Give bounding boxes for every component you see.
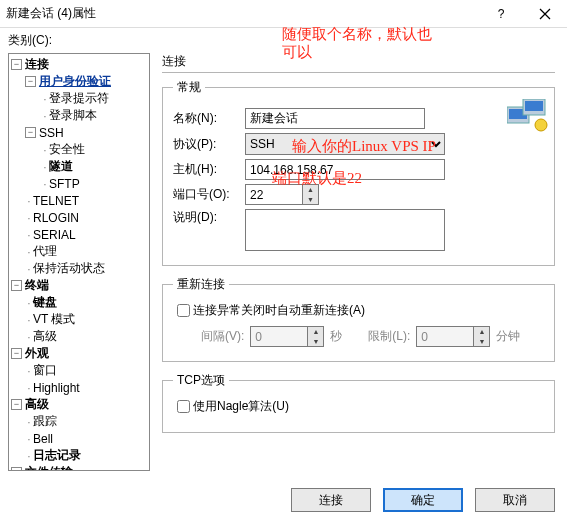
tree-item-tunnel[interactable]: ·隧道 [9,158,149,175]
tree-item-ssh[interactable]: −SSH [9,124,149,141]
connection-panel: 连接 [162,53,555,73]
computers-icon [507,99,549,136]
general-legend: 常规 [173,79,205,96]
desc-label: 说明(D): [173,209,245,226]
tree-item-keyboard[interactable]: ·键盘 [9,294,149,311]
tree-item-logging[interactable]: ·日志记录 [9,447,149,464]
reconnect-checkbox-label: 连接异常关闭时自动重新连接(A) [193,302,365,319]
interval-spinner: ▲▼ [308,326,324,347]
reconnect-checkbox[interactable] [177,304,190,317]
tree-item-terminal[interactable]: −终端 [9,277,149,294]
tree-item-adv-term[interactable]: ·高级 [9,328,149,345]
ok-button[interactable]: 确定 [383,488,463,512]
minutes-label: 分钟 [496,328,520,345]
port-spinner[interactable]: ▲▼ [303,184,319,205]
reconnect-legend: 重新连接 [173,276,229,293]
interval-label: 间隔(V): [201,328,244,345]
tree-item-trace[interactable]: ·跟踪 [9,413,149,430]
help-button[interactable]: ? [479,0,523,28]
tree-item-highlight[interactable]: ·Highlight [9,379,149,396]
connect-button[interactable]: 连接 [291,488,371,512]
port-label: 端口号(O): [173,186,245,203]
cancel-button[interactable]: 取消 [475,488,555,512]
tree-item-connection[interactable]: −连接 [9,56,149,73]
tree-item-appearance[interactable]: −外观 [9,345,149,362]
limit-stepper: ▲▼ [416,326,490,347]
tree-item-serial[interactable]: ·SERIAL [9,226,149,243]
svg-point-6 [535,119,547,131]
tree-item-advanced[interactable]: −高级 [9,396,149,413]
tcp-group: TCP选项 使用Nagle算法(U) [162,372,555,433]
tree-item-file-transfer[interactable]: −文件传输 [9,464,149,471]
tree-item-vt-mode[interactable]: ·VT 模式 [9,311,149,328]
tcp-legend: TCP选项 [173,372,229,389]
host-input[interactable] [245,159,445,180]
category-label: 类别(C): [0,28,567,51]
dialog-buttons: 连接 确定 取消 [291,488,555,512]
limit-label: 限制(L): [368,328,410,345]
nagle-label: 使用Nagle算法(U) [193,398,289,415]
tree-item-keepalive[interactable]: ·保持活动状态 [9,260,149,277]
protocol-select[interactable]: SSH [245,133,445,155]
tree-item-bell[interactable]: ·Bell [9,430,149,447]
interval-stepper: ▲▼ [250,326,324,347]
tree-item-proxy[interactable]: ·代理 [9,243,149,260]
tree-item-login-script[interactable]: ·登录脚本 [9,107,149,124]
nagle-checkbox[interactable] [177,400,190,413]
name-label: 名称(N): [173,110,245,127]
name-input[interactable] [245,108,425,129]
tree-item-user-auth[interactable]: −用户身份验证 [9,73,149,90]
host-label: 主机(H): [173,161,245,178]
port-input[interactable] [245,184,303,205]
tree-item-sftp[interactable]: ·SFTP [9,175,149,192]
tree-item-rlogin[interactable]: ·RLOGIN [9,209,149,226]
reconnect-group: 重新连接 连接异常关闭时自动重新连接(A) 间隔(V): ▲▼ 秒 限制(L):… [162,276,555,362]
main-panel: 连接 常规 名称(N): 协议(P): SSH 主机(H): 端口号(O): [152,51,567,471]
window-title: 新建会话 (4)属性 [6,5,96,22]
close-icon [539,8,551,20]
desc-input[interactable] [245,209,445,251]
tree-item-login-prompt[interactable]: ·登录提示符 [9,90,149,107]
limit-spinner: ▲▼ [474,326,490,347]
tree-item-window[interactable]: ·窗口 [9,362,149,379]
category-tree[interactable]: −连接 −用户身份验证 ·登录提示符 ·登录脚本 −SSH ·安全性 ·隧道 ·… [8,53,150,471]
connection-legend: 连接 [162,53,555,73]
protocol-label: 协议(P): [173,136,245,153]
tree-item-telnet[interactable]: ·TELNET [9,192,149,209]
port-stepper[interactable]: ▲▼ [245,184,319,205]
limit-input [416,326,474,347]
tree-item-security[interactable]: ·安全性 [9,141,149,158]
svg-rect-5 [525,101,543,111]
interval-input [250,326,308,347]
close-button[interactable] [523,0,567,28]
seconds-label: 秒 [330,328,342,345]
titlebar: 新建会话 (4)属性 ? [0,0,567,28]
general-group: 常规 名称(N): 协议(P): SSH 主机(H): 端口号(O): ▲▼ [162,79,555,266]
